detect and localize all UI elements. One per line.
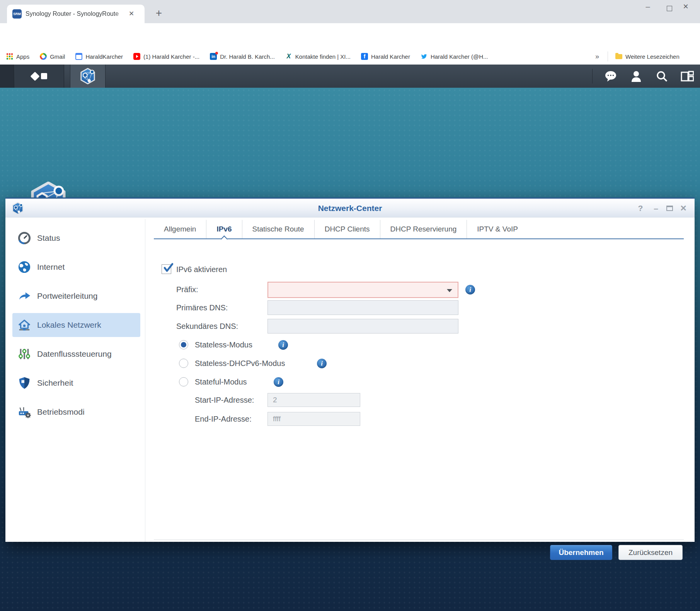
browser-tab[interactable]: SRM Synology Router - SynologyRoute ✕: [7, 5, 145, 23]
router-gear-icon: [18, 405, 31, 419]
bookmarks-divider: [608, 51, 608, 61]
chevron-down-icon: [447, 289, 452, 292]
bookmark-facebook[interactable]: f Harald Karcher: [361, 53, 410, 60]
gauge-icon: [18, 231, 31, 245]
sidebar-item-datenflusssteuerung[interactable]: Datenflusssteuerung: [12, 342, 140, 366]
user-options-button[interactable]: [623, 70, 649, 82]
bookmarks-overflow-chevron[interactable]: »: [595, 53, 599, 61]
bookmark-youtube[interactable]: (1) Harald Karcher -...: [133, 53, 199, 60]
tab-statische-route[interactable]: Statische Route: [242, 220, 315, 238]
start-ip-label: Start-IP-Adresse:: [195, 393, 254, 407]
linkedin-icon: in: [210, 53, 217, 60]
xing-icon: X: [285, 53, 292, 60]
srm-favicon: SRM: [12, 9, 22, 19]
sliders-icon: [18, 347, 31, 361]
buttons-separator: [154, 540, 684, 540]
apply-button[interactable]: Übernehmen: [550, 545, 612, 560]
sidebar-item-status[interactable]: Status: [12, 226, 140, 250]
browser-tab-strip: SRM Synology Router - SynologyRoute ✕ + …: [0, 0, 700, 23]
sidebar-item-portweiterleitung[interactable]: Portweiterleitung: [12, 284, 140, 308]
srm-taskbar: [0, 65, 700, 88]
secondary-dns-label: Sekundäres DNS:: [176, 319, 238, 334]
sidebar-item-sicherheit[interactable]: Sicherheit: [12, 371, 140, 395]
chat-bubble-icon: [604, 70, 617, 82]
tab-title: Synology Router - SynologyRoute: [26, 10, 127, 17]
dialog-content: Allgemein IPv6 Statische Route DHCP Clie…: [145, 219, 695, 542]
tab-close-icon[interactable]: ✕: [127, 9, 136, 19]
stateful-info-icon[interactable]: i: [274, 377, 283, 387]
ipv6-enable-label[interactable]: IPv6 aktivieren: [176, 264, 227, 274]
dialog-maximize-icon[interactable]: [666, 206, 673, 211]
prefix-dropdown[interactable]: [267, 282, 458, 298]
start-ip-input[interactable]: [267, 393, 360, 407]
checkmark-icon: [163, 262, 174, 274]
search-button[interactable]: [649, 70, 674, 82]
dialog-minimize-icon[interactable]: –: [651, 204, 661, 213]
taskbar-netzwerk-center-button[interactable]: [70, 65, 106, 88]
sidebar-item-betriebsmodi[interactable]: Betriebsmodi: [12, 400, 140, 424]
youtube-icon: [133, 53, 140, 60]
stateful-mode-radio[interactable]: [179, 377, 188, 386]
main-menu-icon: [30, 71, 39, 81]
netzwerk-center-icon: [80, 68, 96, 84]
browser-toolbar: ← → Nicht sicher router.synology.com:800…: [0, 23, 700, 48]
dialog-titlebar[interactable]: Netzwerk-Center ? – ✕: [5, 199, 695, 218]
end-ip-input[interactable]: [267, 412, 360, 426]
bookmark-twitter[interactable]: Harald Karcher (@H...: [421, 53, 488, 60]
bookmark-gmail[interactable]: Gmail: [40, 53, 65, 60]
stateless-mode-radio[interactable]: [179, 340, 188, 349]
tab-dhcp-clients[interactable]: DHCP Clients: [315, 220, 380, 238]
home-network-icon: [18, 318, 31, 332]
main-menu-button[interactable]: [15, 65, 64, 88]
window-close-button[interactable]: ✕: [680, 2, 691, 11]
bookmarks-bar: Apps Gmail HaraldKarcher (1) Harald Karc…: [0, 48, 700, 65]
bookmark-linkedin[interactable]: in Dr. Harald B. Karch...: [210, 53, 275, 60]
stateless-info-icon[interactable]: i: [278, 340, 288, 350]
prefix-label: Präfix:: [176, 282, 198, 297]
tab-dhcp-reservierung[interactable]: DHCP Reservierung: [380, 220, 467, 238]
globe-icon: [18, 260, 31, 274]
stateless-dhcpv6-info-icon[interactable]: i: [317, 359, 327, 368]
new-tab-button[interactable]: +: [152, 7, 165, 20]
google-g-icon: [40, 53, 47, 60]
netzwerk-center-dialog: Netzwerk-Center ? – ✕ Status Internet: [5, 197, 695, 542]
taskbar-edge-segment: [0, 65, 14, 88]
ipv6-form: IPv6 aktivieren Präfix: i Primäres DNS: …: [145, 239, 695, 542]
prefix-info-icon[interactable]: i: [465, 285, 475, 294]
settings-tabbar: Allgemein IPv6 Statische Route DHCP Clie…: [154, 220, 684, 239]
bookmark-apps[interactable]: Apps: [6, 53, 29, 60]
stateless-dhcpv6-mode-radio[interactable]: [179, 359, 188, 368]
stateless-mode-label[interactable]: Stateless-Modus: [195, 340, 252, 350]
apps-grid-icon: [6, 53, 13, 60]
dialog-title: Netzwerk-Center: [5, 199, 695, 218]
search-icon: [656, 70, 668, 82]
reset-button[interactable]: Zurücksetzen: [618, 545, 683, 560]
bookmark-haraldkarcher[interactable]: HaraldKarcher: [75, 53, 123, 60]
window-maximize-button[interactable]: [667, 6, 672, 11]
ipv6-enable-checkbox[interactable]: [162, 264, 171, 274]
secondary-dns-input[interactable]: [267, 319, 458, 334]
primary-dns-label: Primäres DNS:: [176, 300, 228, 315]
shield-icon: [18, 376, 31, 390]
sidebar-item-internet[interactable]: Internet: [12, 255, 140, 279]
widgets-button[interactable]: [674, 71, 700, 82]
twitter-icon: [421, 53, 427, 60]
help-icon[interactable]: ?: [635, 204, 645, 213]
tab-ipv6[interactable]: IPv6: [206, 220, 242, 238]
other-bookmarks-button[interactable]: Weitere Lesezeichen: [615, 53, 680, 60]
sidebar-item-lokales-netzwerk[interactable]: Lokales Netzwerk: [12, 313, 140, 337]
dialog-sidebar: Status Internet Portweiterleitung: [5, 219, 145, 542]
stateful-mode-label[interactable]: Stateful-Modus: [195, 377, 247, 387]
stateless-dhcpv6-mode-label[interactable]: Stateless-DHCPv6-Modus: [195, 358, 285, 369]
primary-dns-input[interactable]: [267, 300, 458, 315]
notifications-button[interactable]: [598, 70, 623, 82]
tab-iptv-voip[interactable]: IPTV & VoIP: [467, 220, 528, 238]
forward-arrow-icon: [18, 289, 31, 303]
window-minimize-button[interactable]: –: [642, 2, 654, 11]
bookmark-xing[interactable]: X Kontakte finden | XI...: [285, 53, 351, 60]
folder-icon: [615, 54, 622, 59]
tab-allgemein[interactable]: Allgemein: [154, 220, 206, 238]
site-favicon: [75, 53, 82, 60]
dialog-close-icon[interactable]: ✕: [678, 204, 688, 213]
person-icon: [631, 70, 641, 82]
